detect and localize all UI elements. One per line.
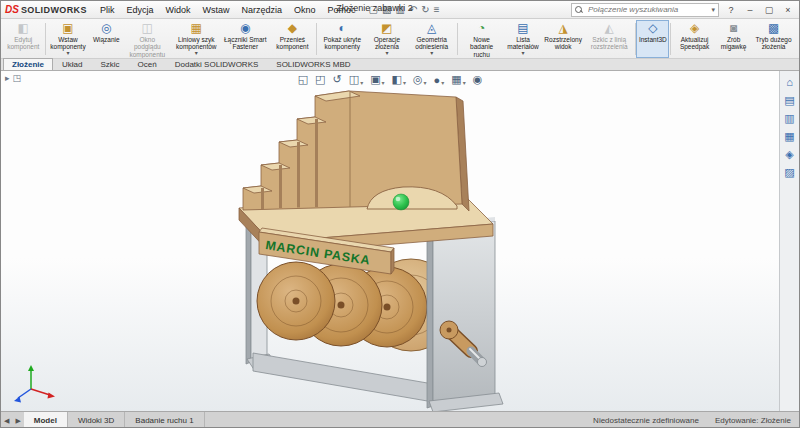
ribbon-button-liniowy-szyk[interactable]: ▦ Liniowy szyk komponentów ▾ — [172, 20, 221, 58]
view-settings-icon[interactable]: ◉ — [473, 73, 483, 86]
ribbon-label: Zrób migawkę — [720, 36, 747, 51]
search-input[interactable] — [586, 4, 708, 15]
display-style-icon[interactable]: ◧▾ — [392, 73, 406, 86]
chevron-down-icon: ▾ — [521, 51, 524, 56]
origin-triad — [14, 365, 55, 403]
help-button[interactable]: ? — [724, 3, 738, 17]
tab-dodatki-solidworks[interactable]: Dodatki SOLIDWORKS — [166, 58, 268, 70]
hide-show-items-icon[interactable]: ◎▾ — [413, 73, 427, 86]
titlebar-right: ▾ ? – ▢ × — [571, 3, 795, 17]
feature-tree-flyout: ▸ ◳ — [5, 73, 21, 83]
chevron-down-icon: ▾ — [195, 51, 198, 56]
ribbon-separator — [457, 23, 458, 55]
model-tabs-scroll-right[interactable]: ▶ — [12, 412, 23, 428]
ribbon-button-wiazanie[interactable]: ◎ Wiązanie — [90, 20, 123, 58]
command-manager-ribbon: ◧ Edytuj komponent ▣ Wstaw komponenty ▾ … — [1, 19, 799, 59]
marble-ball[interactable] — [393, 194, 409, 210]
section-view-icon[interactable]: ◫▾ — [349, 73, 363, 86]
motion-study-icon: ◔ — [478, 22, 485, 35]
menu-edycja[interactable]: Edycja — [121, 4, 158, 16]
tab-szkic[interactable]: Szkic — [91, 58, 128, 70]
search-chevron-icon[interactable]: ▾ — [711, 6, 715, 14]
ribbon-button-rozstrzelony-widok[interactable]: ◮ Rozstrzelony widok — [542, 20, 585, 58]
ribbon-label: Wstaw komponenty — [49, 36, 87, 51]
tab-uklad[interactable]: Układ — [53, 58, 91, 70]
ribbon-label: Instant3D — [639, 36, 667, 43]
move-component-icon: ◆ — [288, 22, 297, 35]
explode-line-sketch-icon: ◭ — [605, 22, 614, 35]
ribbon-label: Liniowy szyk komponentów — [175, 36, 218, 51]
menu-okno[interactable]: Okno — [289, 4, 321, 16]
zoom-fit-icon[interactable]: ◱ — [298, 73, 308, 86]
tab-zlozenie[interactable]: Złożenie — [3, 58, 53, 70]
ribbon-label: Nowe badanie ruchu — [462, 36, 502, 58]
ribbon-label: Tryb dużego złożenia — [753, 36, 794, 51]
ribbon-label: Okno podglądu komponentu — [126, 36, 169, 58]
graphics-viewport[interactable]: MARCIN PASKA ◱ ◰ ↺ ◫▾ ▣▾ ◧▾ — [1, 71, 779, 411]
ribbon-button-instant3d[interactable]: ◇ Instant3D — [636, 20, 669, 58]
zoom-area-icon[interactable]: ◰ — [315, 73, 325, 86]
ribbon-button-pokaz-ukryte[interactable]: ◐ Pokaż ukryte komponenty — [318, 20, 367, 58]
exploded-view-icon: ◮ — [559, 22, 568, 35]
ribbon-button-przenies-komponent[interactable]: ◆ Przenieś komponent — [270, 20, 315, 58]
menu-narzedzia[interactable]: Narzędzia — [236, 4, 287, 16]
maximize-button[interactable]: ▢ — [762, 3, 776, 17]
apply-scene-icon[interactable]: ▦▾ — [451, 73, 465, 86]
tab-badanie-ruchu-1[interactable]: Badanie ruchu 1 — [125, 412, 204, 428]
custom-properties-icon[interactable]: ▨ — [784, 167, 794, 178]
model-tabs-scroll-left[interactable]: ◀ — [1, 412, 12, 428]
ribbon-label: Pokaż ukryte komponenty — [321, 36, 364, 51]
linear-pattern-icon: ▦ — [191, 22, 202, 35]
ribbon-button-geometria-odniesienia[interactable]: ◬ Geometria odniesienia ▾ — [407, 20, 456, 58]
ribbon-button-edytuj-komponent[interactable]: ◧ Edytuj komponent — [3, 20, 44, 58]
marble-track[interactable] — [243, 91, 469, 211]
file-explorer-icon[interactable]: ▥ — [784, 113, 794, 124]
ribbon-button-lista-materialow[interactable]: ▤ Lista materiałów ▾ — [504, 20, 541, 58]
show-hidden-components-icon: ◐ — [339, 22, 346, 35]
ribbon-button-aktualizuj-speedpak[interactable]: ◈ Aktualizuj Speedpak — [672, 20, 717, 58]
search-icon — [575, 6, 583, 14]
ribbon-button-szkic-rozstrzelenia[interactable]: ◭ Szkic z linią rozstrzelenia — [585, 20, 634, 58]
edit-appearance-icon[interactable]: ●▾ — [434, 74, 445, 86]
instant3d-icon: ◇ — [648, 22, 657, 35]
update-speedpak-icon: ◈ — [690, 22, 699, 35]
rebuild-icon[interactable]: ↻ — [421, 5, 429, 15]
ribbon-button-nowe-badanie-ruchu[interactable]: ◔ Nowe badanie ruchu — [459, 20, 505, 58]
view-orientation-icon[interactable]: ▣▾ — [370, 73, 384, 86]
main-area: MARCIN PASKA ◱ ◰ ↺ ◫▾ ▣▾ ◧▾ — [1, 71, 799, 411]
command-search[interactable]: ▾ — [571, 3, 719, 17]
chevron-down-icon: ▾ — [385, 51, 388, 56]
assembly-features-icon: ◩ — [381, 22, 392, 35]
tab-widoki-3d[interactable]: Widoki 3D — [68, 412, 125, 428]
solidworks-logo: DS SOLIDWORKS — [5, 4, 87, 15]
ribbon-separator — [45, 23, 46, 55]
ribbon-button-operacje-zlozenia[interactable]: ◩ Operacje złożenia ▾ — [367, 20, 408, 58]
tab-solidworks-mbd[interactable]: SOLIDWORKS MBD — [267, 58, 359, 70]
minimize-button[interactable]: – — [743, 3, 757, 17]
smart-fasteners-icon: ◉ — [240, 22, 250, 35]
ribbon-button-zrob-migawke[interactable]: ◙ Zrób migawkę — [717, 20, 750, 58]
tab-ocen[interactable]: Oceń — [129, 58, 166, 70]
ribbon-button-wstaw-komponenty[interactable]: ▣ Wstaw komponenty ▾ — [46, 20, 90, 58]
ribbon-button-tryb-duzego-zlozenia[interactable]: ▩ Tryb dużego złożenia — [750, 20, 797, 58]
close-button[interactable]: × — [781, 3, 795, 17]
right-frame-plate[interactable] — [427, 217, 503, 411]
model-canvas[interactable]: MARCIN PASKA — [1, 71, 779, 411]
menu-widok[interactable]: Widok — [160, 4, 195, 16]
snapshot-icon: ◙ — [730, 22, 737, 35]
feature-tree-expand-icon[interactable]: ▸ — [5, 73, 10, 83]
ribbon-label: Geometria odniesienia — [410, 36, 453, 51]
options-icon[interactable]: ≡ — [434, 5, 440, 15]
assembly-node-icon[interactable]: ◳ — [13, 73, 22, 83]
insert-components-icon: ▣ — [62, 22, 73, 35]
design-library-icon[interactable]: ▤ — [784, 95, 794, 106]
tab-model[interactable]: Model — [24, 412, 68, 428]
appearances-icon[interactable]: ◈ — [785, 149, 793, 160]
home-icon[interactable]: ⌂ — [786, 77, 793, 88]
previous-view-icon[interactable]: ↺ — [333, 73, 342, 86]
view-palette-icon[interactable]: ▦ — [784, 131, 794, 142]
menu-plik[interactable]: Plik — [95, 4, 120, 16]
menu-wstaw[interactable]: Wstaw — [197, 4, 234, 16]
ribbon-button-smart-fastener[interactable]: ◉ Łączniki Smart Fastener — [221, 20, 270, 58]
ribbon-button-okno-podgladu[interactable]: ◫ Okno podglądu komponentu — [123, 20, 172, 58]
